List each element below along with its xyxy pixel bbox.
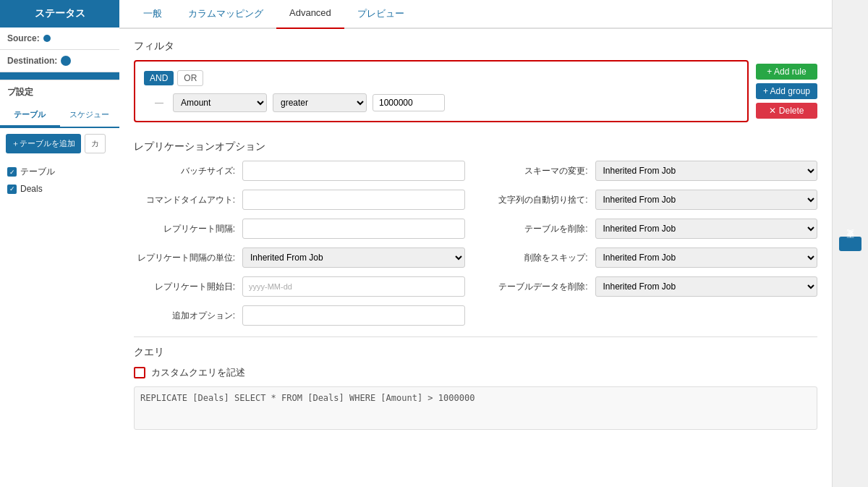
query-section: クエリ カスタムクエリを記述 REPLICATE [Deals] SELECT … — [134, 336, 817, 432]
delete-table-select[interactable]: Inherited From Job Yes No — [595, 219, 818, 239]
filter-section: フィルタ AND OR Amount greater less — [134, 40, 817, 126]
tab-general[interactable]: 一般 — [130, 0, 175, 29]
edit-button[interactable]: カ — [85, 134, 106, 153]
list-item[interactable]: テーブル — [4, 163, 116, 181]
destination-label: Destination: — [7, 56, 57, 66]
delete-table-label: テーブルを削除: — [487, 223, 588, 235]
destination-indicator — [61, 56, 71, 66]
source-label: Source: — [7, 33, 40, 43]
replicate-interval-row: レプリケート間隔: — [134, 219, 465, 239]
replicate-start-row: レプリケート開始日: — [134, 276, 465, 297]
filter-field-select[interactable]: Amount — [173, 93, 267, 112]
checkbox-table[interactable] — [7, 167, 17, 177]
auto-truncate-select[interactable]: Inherited From Job Yes No — [595, 190, 818, 210]
replication-right-col: スキーマの変更: Inherited From Job Yes No 文字列の自… — [487, 161, 818, 326]
sidebar-tab-schedule[interactable]: スケジュー — [60, 104, 120, 127]
schema-change-label: スキーマの変更: — [487, 165, 588, 177]
replication-title: レプリケーションオプション — [134, 140, 817, 153]
main-content: フィルタ AND OR Amount greater less — [119, 29, 832, 487]
filter-box: AND OR Amount greater less equals not eq… — [134, 60, 749, 122]
sidebar-source-row: Source: — [0, 27, 119, 50]
replicate-interval-unit-label: レプリケート間隔の単位: — [134, 252, 235, 264]
delete-table-data-row: テーブルデータを削除: Inherited From Job Yes No — [487, 276, 818, 297]
delete-button[interactable]: ✕ Delete — [756, 103, 817, 119]
skip-delete-label: 削除をスキップ: — [487, 252, 588, 264]
replicate-interval-unit-row: レプリケート間隔の単位: Inherited From Job Seconds … — [134, 247, 465, 268]
sidebar-tabs: テーブル スケジュー — [0, 104, 119, 128]
additional-options-row: 追加オプション: — [134, 305, 465, 326]
replication-left-col: バッチサイズ: コマンドタイムアウト: レプリケート間隔: レプリケート間隔の単… — [134, 161, 465, 326]
filter-operator-select[interactable]: greater less equals not equals — [273, 93, 367, 112]
checkbox-deals[interactable] — [7, 185, 17, 194]
skip-delete-select[interactable]: Inherited From Job Yes No — [595, 247, 818, 268]
tabs-bar: 一般 カラムマッピング Advanced プレビュー — [119, 0, 832, 29]
batch-size-input[interactable] — [242, 161, 465, 181]
replication-grid: バッチサイズ: コマンドタイムアウト: レプリケート間隔: レプリケート間隔の単… — [134, 161, 817, 326]
batch-size-label: バッチサイズ: — [134, 165, 235, 177]
batch-size-row: バッチサイズ: — [134, 161, 465, 181]
settings-label: プ設定 — [0, 80, 119, 104]
or-button[interactable]: OR — [177, 70, 203, 86]
skip-delete-row: 削除をスキップ: Inherited From Job Yes No — [487, 247, 818, 268]
sidebar-list: テーブル Deals — [0, 159, 119, 487]
command-timeout-row: コマンドタイムアウト: — [134, 190, 465, 210]
additional-options-input[interactable] — [242, 305, 465, 326]
delete-table-data-label: テーブルデータを削除: — [487, 281, 588, 293]
auto-truncate-label: 文字列の自動切り捨て: — [487, 194, 588, 206]
sidebar-tab-table[interactable]: テーブル — [0, 104, 60, 127]
tab-advanced[interactable]: Advanced — [276, 0, 344, 29]
sidebar-status: ステータス — [0, 0, 119, 27]
query-checkbox-row: カスタムクエリを記述 — [134, 366, 817, 379]
command-timeout-input[interactable] — [242, 190, 465, 210]
filter-rule-row: Amount greater less equals not equals 10… — [144, 93, 739, 112]
add-table-button[interactable]: ＋テーブルを追加 — [6, 134, 81, 153]
replicate-interval-unit-select[interactable]: Inherited From Job Seconds Minutes Hours — [242, 247, 465, 268]
filter-logic-row: AND OR — [144, 70, 739, 86]
query-textarea[interactable]: REPLICATE [Deals] SELECT * FROM [Deals] … — [134, 386, 817, 430]
replicate-interval-input[interactable] — [242, 219, 465, 239]
source-indicator — [43, 35, 51, 42]
replicate-interval-label: レプリケート間隔: — [134, 223, 235, 235]
replicate-start-label: レプリケート開始日: — [134, 281, 235, 293]
sidebar-dest-row: Destination: — [0, 50, 119, 72]
change-button[interactable]: 変更 — [839, 237, 861, 251]
delete-table-row: テーブルを削除: Inherited From Job Yes No — [487, 219, 818, 239]
right-panel: 一般 カラムマッピング Advanced プレビュー フィルタ AND OR A… — [119, 0, 832, 487]
and-button[interactable]: AND — [144, 71, 174, 85]
sidebar-actions: ＋テーブルを追加 カ — [0, 128, 119, 159]
list-item-label: テーブル — [20, 166, 55, 178]
far-right-panel: 変更 — [832, 0, 868, 487]
additional-options-label: 追加オプション: — [134, 310, 235, 322]
filter-value-input[interactable]: 1000000 — [373, 94, 445, 111]
custom-query-label: カスタムクエリを記述 — [151, 366, 245, 379]
list-item[interactable]: Deals — [4, 181, 116, 197]
tab-preview[interactable]: プレビュー — [344, 0, 417, 29]
command-timeout-label: コマンドタイムアウト: — [134, 194, 235, 206]
delete-table-data-select[interactable]: Inherited From Job Yes No — [595, 276, 818, 297]
replicate-start-input[interactable] — [242, 276, 465, 297]
schema-change-row: スキーマの変更: Inherited From Job Yes No — [487, 161, 818, 181]
filter-title: フィルタ — [134, 40, 817, 53]
auto-truncate-row: 文字列の自動切り捨て: Inherited From Job Yes No — [487, 190, 818, 210]
add-rule-button[interactable]: + Add rule — [756, 64, 817, 80]
query-title: クエリ — [134, 346, 817, 359]
list-item-label: Deals — [20, 184, 43, 194]
filter-action-buttons: + Add rule + Add group ✕ Delete — [756, 60, 817, 119]
schema-change-select[interactable]: Inherited From Job Yes No — [595, 161, 818, 181]
replication-section: レプリケーションオプション バッチサイズ: コマンドタイムアウト: レプリケート… — [134, 140, 817, 326]
sidebar: ステータス Source: Destination: プ設定 テーブル スケジュ… — [0, 0, 119, 487]
custom-query-checkbox[interactable] — [134, 367, 145, 378]
tab-column-mapping[interactable]: カラムマッピング — [175, 0, 276, 29]
add-group-button[interactable]: + Add group — [756, 83, 817, 99]
